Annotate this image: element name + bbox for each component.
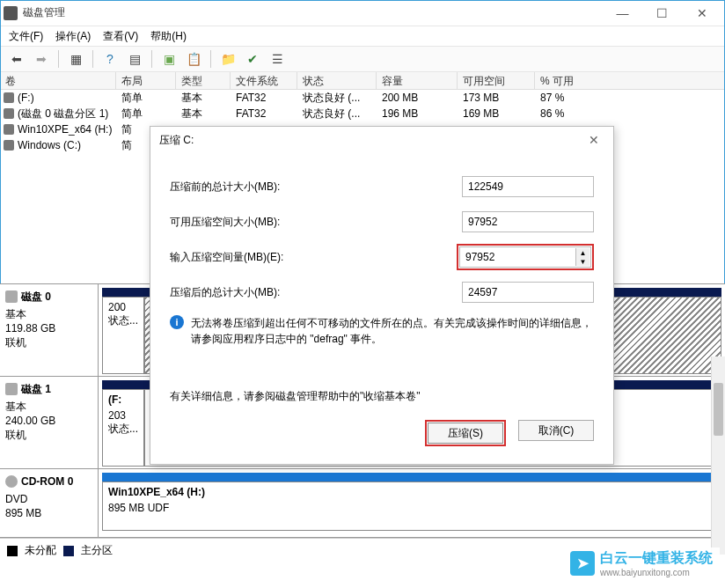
disk-label[interactable]: 磁盘 0 基本 119.88 GB 联机 (0, 284, 99, 376)
cancel-button[interactable]: 取消(C) (518, 420, 594, 441)
volume-table-header: 卷 布局 类型 文件系统 状态 容量 可用空间 % 可用 (0, 72, 725, 90)
maximize-button[interactable]: ☐ (642, 1, 682, 26)
legend-swatch-unalloc (7, 546, 18, 556)
col-layout[interactable]: 布局 (116, 72, 176, 89)
grid-icon[interactable]: ▦ (66, 49, 85, 69)
list-icon[interactable]: ▤ (125, 49, 144, 69)
watermark-text: 白云一键重装系统 (600, 549, 713, 568)
folder-icon[interactable]: 📁 (218, 49, 238, 69)
field-shrink-input[interactable]: 97952 ▲ ▼ (459, 246, 591, 268)
watermark-icon: ➤ (570, 551, 595, 576)
disk-icon (5, 290, 18, 303)
info-text: 无法将卷压缩到超出任何不可移动的文件所在的点。有关完成该操作时间的详细信息，请参… (191, 315, 594, 347)
title-bar: 磁盘管理 — ☐ ✕ (0, 0, 725, 26)
scrollbar-thumb[interactable] (714, 383, 723, 436)
properties-icon[interactable]: 📋 (184, 49, 203, 69)
volume-box[interactable]: (F: 203 状态... (102, 389, 144, 467)
disk-icon (5, 383, 18, 395)
settings-icon[interactable]: ☰ (267, 49, 287, 69)
table-row[interactable]: (F:) 简单 基本 FAT32 状态良好 (... 200 MB 173 MB… (0, 90, 725, 106)
legend-unalloc: 未分配 (25, 543, 56, 558)
dialog-title: 压缩 C: (159, 133, 583, 148)
shrink-dialog: 压缩 C: ✕ 压缩前的总计大小(MB): 122549 可用压缩空间大小(MB… (150, 126, 614, 465)
volume-icon (4, 108, 14, 119)
app-icon (4, 6, 18, 20)
menu-bar: 文件(F) 操作(A) 查看(V) 帮助(H) (0, 26, 725, 46)
forward-icon[interactable]: ➡ (32, 49, 51, 69)
back-icon[interactable]: ⬅ (7, 49, 26, 69)
volume-icon (4, 92, 14, 103)
field-shrink-avail: 97952 (462, 211, 594, 232)
field-total-before: 122549 (462, 176, 594, 197)
legend-swatch-primary (63, 546, 74, 556)
disk-label[interactable]: CD-ROM 0 DVD 895 MB (0, 469, 99, 537)
disk-label[interactable]: 磁盘 1 基本 240.00 GB 联机 (0, 377, 99, 468)
toolbar: ⬅ ➡ ▦ ? ▤ ▣ 📋 📁 ✔ ☰ (0, 46, 725, 72)
volume-box[interactable]: Win10XPE_x64 (H:) 895 MB UDF (102, 481, 721, 531)
watermark-url: www.baiyunxitong.com (600, 568, 713, 577)
scrollbar-vertical[interactable] (711, 356, 725, 555)
label-shrink-avail: 可用压缩空间大小(MB): (170, 215, 462, 230)
col-capacity[interactable]: 容量 (377, 72, 458, 89)
refresh-icon[interactable]: ▣ (159, 49, 179, 69)
volume-icon (4, 140, 14, 151)
window-title: 磁盘管理 (23, 5, 603, 20)
legend-primary: 主分区 (81, 543, 113, 558)
menu-view[interactable]: 查看(V) (103, 29, 138, 44)
spinner-up-icon[interactable]: ▲ (575, 248, 590, 257)
col-pct[interactable]: % 可用 (535, 72, 725, 89)
menu-operation[interactable]: 操作(A) (55, 29, 91, 44)
col-type[interactable]: 类型 (176, 72, 231, 89)
close-button[interactable]: ✕ (682, 1, 721, 26)
info-icon: i (170, 315, 184, 329)
volume-icon (4, 124, 14, 135)
table-row[interactable]: (磁盘 0 磁盘分区 1) 简单 基本 FAT32 状态良好 (... 196 … (0, 106, 725, 121)
check-icon[interactable]: ✔ (243, 49, 262, 69)
dialog-title-bar: 压缩 C: ✕ (150, 127, 613, 153)
label-shrink-input: 输入压缩空间量(MB)(E): (170, 250, 457, 265)
watermark: ➤ 白云一键重装系统 www.baiyunxitong.com (563, 548, 720, 579)
minimize-button[interactable]: — (603, 1, 642, 26)
dialog-close-button[interactable]: ✕ (583, 133, 604, 147)
menu-file[interactable]: 文件(F) (9, 29, 43, 44)
menu-help[interactable]: 帮助(H) (150, 29, 187, 44)
disk-panel-cdrom: CD-ROM 0 DVD 895 MB Win10XPE_x64 (H:) 89… (0, 469, 725, 538)
field-total-after: 24597 (462, 282, 594, 303)
spinner-down-icon[interactable]: ▼ (575, 257, 590, 266)
volume-box[interactable]: 200 状态... (102, 297, 144, 374)
col-volume[interactable]: 卷 (0, 72, 116, 89)
help-text: 有关详细信息，请参阅磁盘管理帮助中的"收缩基本卷" (170, 389, 594, 404)
label-total-after: 压缩后的总计大小(MB): (170, 285, 462, 300)
shrink-button[interactable]: 压缩(S) (428, 423, 503, 444)
col-status[interactable]: 状态 (297, 72, 377, 89)
col-filesystem[interactable]: 文件系统 (231, 72, 297, 89)
col-free[interactable]: 可用空间 (458, 72, 535, 89)
help-icon[interactable]: ? (100, 49, 120, 69)
cdrom-icon (5, 475, 18, 488)
label-total-before: 压缩前的总计大小(MB): (170, 180, 462, 195)
